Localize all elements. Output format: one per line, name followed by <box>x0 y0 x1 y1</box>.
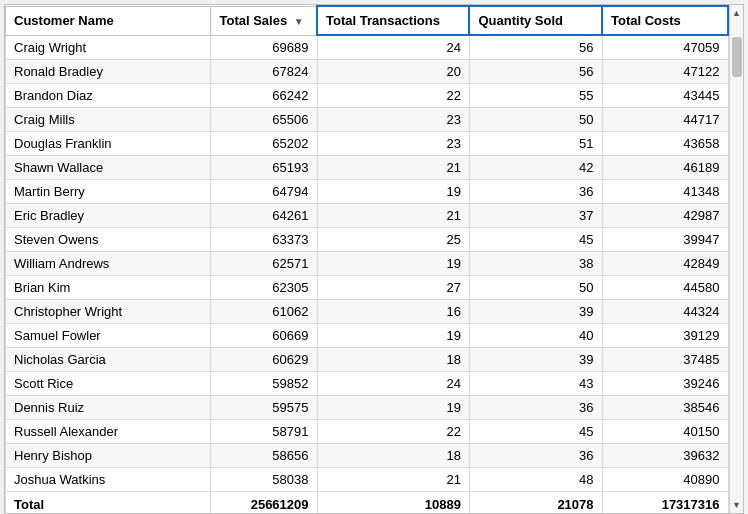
cell-total-transactions: 22 <box>317 84 469 108</box>
cell-total-sales: 62305 <box>211 276 317 300</box>
cell-quantity-sold: 38 <box>469 252 602 276</box>
cell-total-transactions: 18 <box>317 348 469 372</box>
scroll-up-button[interactable]: ▲ <box>730 5 744 21</box>
cell-quantity-sold: 50 <box>469 108 602 132</box>
total-quantity-value: 21078 <box>469 492 602 515</box>
col-label-customer: Customer Name <box>14 13 114 28</box>
total-transactions-value: 10889 <box>317 492 469 515</box>
scrollbar-thumb[interactable] <box>732 37 742 77</box>
cell-total-costs: 42849 <box>602 252 728 276</box>
table-row: Joshua Watkins58038214840890 <box>6 468 729 492</box>
cell-quantity-sold: 42 <box>469 156 602 180</box>
cell-total-sales: 60629 <box>211 348 317 372</box>
cell-quantity-sold: 43 <box>469 372 602 396</box>
cell-total-transactions: 27 <box>317 276 469 300</box>
cell-customer-name: Russell Alexander <box>6 420 211 444</box>
col-header-customer-name[interactable]: Customer Name <box>6 6 211 35</box>
cell-total-costs: 40890 <box>602 468 728 492</box>
cell-quantity-sold: 40 <box>469 324 602 348</box>
table-row: Brandon Diaz66242225543445 <box>6 84 729 108</box>
cell-total-costs: 39246 <box>602 372 728 396</box>
cell-total-costs: 43445 <box>602 84 728 108</box>
cell-total-sales: 59575 <box>211 396 317 420</box>
cell-total-costs: 42987 <box>602 204 728 228</box>
data-table: Customer Name Total Sales ▼ Total Transa… <box>5 5 729 514</box>
cell-customer-name: Craig Wright <box>6 35 211 60</box>
cell-total-costs: 38546 <box>602 396 728 420</box>
cell-total-costs: 47059 <box>602 35 728 60</box>
cell-quantity-sold: 55 <box>469 84 602 108</box>
table-row: Douglas Franklin65202235143658 <box>6 132 729 156</box>
cell-total-sales: 59852 <box>211 372 317 396</box>
table-row: Nicholas Garcia60629183937485 <box>6 348 729 372</box>
cell-total-transactions: 16 <box>317 300 469 324</box>
cell-total-sales: 65506 <box>211 108 317 132</box>
table-row: Christopher Wright61062163944324 <box>6 300 729 324</box>
col-header-quantity-sold[interactable]: Quantity Sold <box>469 6 602 35</box>
total-row: Total 25661209 10889 21078 17317316 <box>6 492 729 515</box>
cell-quantity-sold: 39 <box>469 300 602 324</box>
cell-quantity-sold: 50 <box>469 276 602 300</box>
table-row: Brian Kim62305275044580 <box>6 276 729 300</box>
cell-quantity-sold: 36 <box>469 444 602 468</box>
cell-total-sales: 60669 <box>211 324 317 348</box>
cell-total-sales: 58791 <box>211 420 317 444</box>
cell-total-transactions: 22 <box>317 420 469 444</box>
cell-total-sales: 65202 <box>211 132 317 156</box>
cell-total-sales: 67824 <box>211 60 317 84</box>
total-sales-value: 25661209 <box>211 492 317 515</box>
table-row: Henry Bishop58656183639632 <box>6 444 729 468</box>
table-row: William Andrews62571193842849 <box>6 252 729 276</box>
cell-total-transactions: 21 <box>317 468 469 492</box>
cell-customer-name: William Andrews <box>6 252 211 276</box>
cell-quantity-sold: 45 <box>469 228 602 252</box>
total-costs-value: 17317316 <box>602 492 728 515</box>
cell-total-sales: 64261 <box>211 204 317 228</box>
table-row: Martin Berry64794193641348 <box>6 180 729 204</box>
cell-total-costs: 43658 <box>602 132 728 156</box>
table-row: Dennis Ruiz59575193638546 <box>6 396 729 420</box>
col-label-total-sales: Total Sales <box>219 13 287 28</box>
cell-total-transactions: 25 <box>317 228 469 252</box>
cell-total-costs: 41348 <box>602 180 728 204</box>
data-table-container: Customer Name Total Sales ▼ Total Transa… <box>4 4 744 514</box>
cell-customer-name: Nicholas Garcia <box>6 348 211 372</box>
col-header-total-sales[interactable]: Total Sales ▼ <box>211 6 317 35</box>
cell-total-sales: 58038 <box>211 468 317 492</box>
col-header-total-costs[interactable]: Total Costs <box>602 6 728 35</box>
cell-total-transactions: 19 <box>317 396 469 420</box>
cell-total-transactions: 21 <box>317 156 469 180</box>
cell-total-costs: 44324 <box>602 300 728 324</box>
cell-total-transactions: 23 <box>317 132 469 156</box>
cell-quantity-sold: 37 <box>469 204 602 228</box>
cell-total-costs: 39129 <box>602 324 728 348</box>
cell-customer-name: Dennis Ruiz <box>6 396 211 420</box>
cell-customer-name: Samuel Fowler <box>6 324 211 348</box>
cell-total-sales: 66242 <box>211 84 317 108</box>
cell-total-costs: 44717 <box>602 108 728 132</box>
table-row: Scott Rice59852244339246 <box>6 372 729 396</box>
col-header-total-transactions[interactable]: Total Transactions <box>317 6 469 35</box>
cell-total-sales: 65193 <box>211 156 317 180</box>
cell-quantity-sold: 51 <box>469 132 602 156</box>
table-row: Steven Owens63373254539947 <box>6 228 729 252</box>
cell-total-sales: 62571 <box>211 252 317 276</box>
cell-customer-name: Henry Bishop <box>6 444 211 468</box>
cell-customer-name: Ronald Bradley <box>6 60 211 84</box>
col-label-quantity-sold: Quantity Sold <box>478 13 563 28</box>
cell-total-costs: 40150 <box>602 420 728 444</box>
cell-quantity-sold: 56 <box>469 60 602 84</box>
cell-total-transactions: 18 <box>317 444 469 468</box>
cell-total-transactions: 19 <box>317 324 469 348</box>
cell-total-transactions: 20 <box>317 60 469 84</box>
vertical-scrollbar[interactable]: ▲ ▼ <box>729 5 743 513</box>
cell-total-costs: 39632 <box>602 444 728 468</box>
table-row: Craig Wright69689245647059 <box>6 35 729 60</box>
sort-desc-icon: ▼ <box>294 16 304 27</box>
scroll-down-button[interactable]: ▼ <box>730 497 744 513</box>
cell-quantity-sold: 39 <box>469 348 602 372</box>
cell-customer-name: Brian Kim <box>6 276 211 300</box>
cell-customer-name: Shawn Wallace <box>6 156 211 180</box>
cell-total-sales: 61062 <box>211 300 317 324</box>
table-row: Shawn Wallace65193214246189 <box>6 156 729 180</box>
